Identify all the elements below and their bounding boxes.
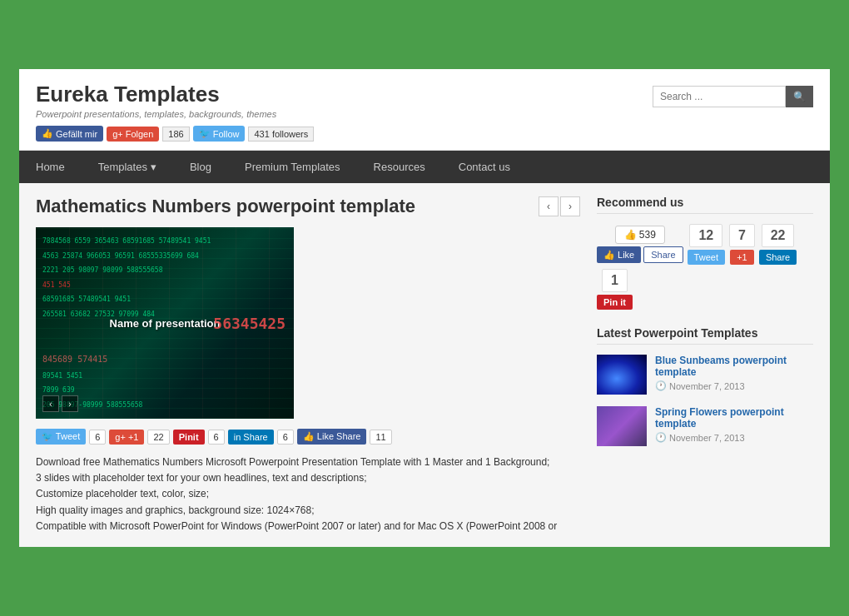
nav-arrows: ‹ ›: [539, 196, 580, 216]
latest-info-1: Blue Sunbeams powerpoint template 🕐 Nove…: [655, 355, 813, 391]
search-button[interactable]: 🔍: [786, 86, 813, 107]
site-subtitle: Powerpoint presentations, templates, bac…: [36, 109, 314, 119]
sidebar-pin-button[interactable]: Pin it: [597, 295, 633, 310]
fb-share-button[interactable]: Share: [643, 246, 683, 263]
search-box: 🔍: [653, 86, 813, 107]
latest-thumb-1: [597, 355, 647, 395]
latest-item-title-1[interactable]: Blue Sunbeams powerpoint template: [655, 355, 813, 378]
template-center-text: Name of presentation: [110, 317, 221, 330]
pinterest-count: 6: [208, 430, 225, 445]
tweet-button[interactable]: 🐦 Tweet: [36, 429, 86, 445]
list-item: Blue Sunbeams powerpoint template 🕐 Nove…: [597, 355, 813, 395]
latest-thumb-2: [597, 406, 647, 446]
list-item: Spring Flowers powerpoint template 🕐 Nov…: [597, 406, 813, 446]
next-article-button[interactable]: ›: [560, 196, 580, 216]
recommend-grid: 👍 539 👍 Like Share 12 Tweet 7: [597, 224, 813, 310]
sidebar: Recommend us 👍 539 👍 Like Share 12: [597, 196, 813, 534]
image-next-button[interactable]: ›: [62, 395, 78, 412]
sidebar-tweet-button[interactable]: Tweet: [688, 250, 725, 265]
clock-icon: 🕐: [655, 432, 667, 443]
image-prev-button[interactable]: ‹: [42, 395, 59, 412]
nav-premium-templates[interactable]: Premium Templates: [228, 151, 357, 183]
page-wrapper: Eureka Templates Powerpoint presentation…: [17, 67, 832, 549]
template-preview-image: 7884568 6559 365463 68591685 57489541 94…: [36, 227, 294, 419]
tweet-count: 6: [89, 430, 106, 445]
pinterest-button[interactable]: Pinit: [173, 430, 205, 445]
like-count-box: 👍 539: [615, 226, 665, 244]
latest-section: Latest Powerpoint Templates Blue Sunbeam…: [597, 326, 813, 446]
fb-icon: 👍: [42, 128, 53, 139]
sidebar-gplus-button[interactable]: +1: [730, 250, 754, 265]
spring-flowers-thumbnail: [597, 406, 647, 446]
latest-title: Latest Powerpoint Templates: [597, 326, 813, 345]
article-title-text: Mathematics Numbers powerpoint template: [36, 196, 415, 217]
article-header: Mathematics Numbers powerpoint template …: [36, 196, 580, 217]
navbar: Home Templates ▾ Blog Premium Templates …: [19, 151, 830, 183]
clock-icon: 🕐: [655, 380, 667, 391]
main-layout: Mathematics Numbers powerpoint template …: [19, 183, 830, 547]
tweet-count-box: 12 Tweet: [688, 224, 725, 265]
fb-count: 11: [370, 430, 391, 445]
blue-sunbeams-thumbnail: [597, 355, 647, 395]
fb-like-block: 👍 539 👍 Like Share: [597, 226, 683, 263]
prev-article-button[interactable]: ‹: [539, 196, 559, 216]
sidebar-linkedin-button[interactable]: Share: [759, 250, 797, 265]
search-input[interactable]: [653, 86, 786, 107]
linkedin-count-box: 22 Share: [759, 224, 797, 265]
nav-resources[interactable]: Resources: [357, 151, 442, 183]
twitter-icon: 🐦: [199, 128, 211, 139]
nav-templates[interactable]: Templates ▾: [82, 151, 173, 183]
header: Eureka Templates Powerpoint presentation…: [19, 69, 830, 151]
recommend-section: Recommend us 👍 539 👍 Like Share 12: [597, 196, 813, 310]
article-description: Download free Mathematics Numbers Micros…: [36, 455, 580, 534]
number-overlay: 56345425: [213, 315, 285, 332]
image-controls: ‹ ›: [42, 395, 78, 412]
nav-contact[interactable]: Contact us: [442, 151, 527, 183]
gplus-count-box: 7 +1: [729, 224, 755, 265]
linkedin-count: 6: [277, 430, 294, 445]
share-bar: 🐦 Tweet 6 g+ +1 22 Pinit 6 in Share 6 👍 …: [36, 429, 580, 445]
latest-info-2: Spring Flowers powerpoint template 🕐 Nov…: [655, 406, 813, 443]
twitter-follow-button[interactable]: 🐦 Follow: [193, 126, 246, 142]
fb-like-share-button[interactable]: 👍 Like Share: [297, 429, 367, 445]
gplus-share-count: 22: [147, 430, 169, 445]
latest-item-title-2[interactable]: Spring Flowers powerpoint template: [655, 406, 813, 430]
site-title: Eureka Templates: [36, 82, 314, 107]
linkedin-button[interactable]: in Share: [228, 430, 274, 445]
social-bar: 👍 Gefällt mir g+ Folgen 186 🐦 Follow 431…: [36, 126, 314, 142]
recommend-title: Recommend us: [597, 196, 813, 214]
facebook-like-button[interactable]: 👍 Gefällt mir: [36, 126, 103, 142]
nav-home[interactable]: Home: [19, 151, 82, 183]
branding: Eureka Templates Powerpoint presentation…: [36, 82, 314, 142]
gplus-count: 186: [162, 127, 189, 142]
header-top: Eureka Templates Powerpoint presentation…: [36, 82, 813, 142]
latest-item-date-1: 🕐 November 7, 2013: [655, 380, 813, 391]
content-area: Mathematics Numbers powerpoint template …: [36, 196, 580, 534]
gplus-share-button[interactable]: g+ +1: [109, 430, 144, 445]
pin-count-box: 1 Pin it: [597, 269, 633, 310]
twitter-followers-count: 431 followers: [248, 127, 314, 142]
latest-item-date-2: 🕐 November 7, 2013: [655, 432, 813, 443]
gplus-icon: g+: [112, 129, 123, 139]
templates-chevron-icon: ▾: [151, 161, 156, 173]
nav-blog[interactable]: Blog: [173, 151, 228, 183]
thumbs-up-icon: 👍: [624, 229, 637, 241]
fb-like-button[interactable]: 👍 Like: [597, 246, 641, 263]
gplus-follow-button[interactable]: g+ Folgen: [107, 127, 159, 142]
